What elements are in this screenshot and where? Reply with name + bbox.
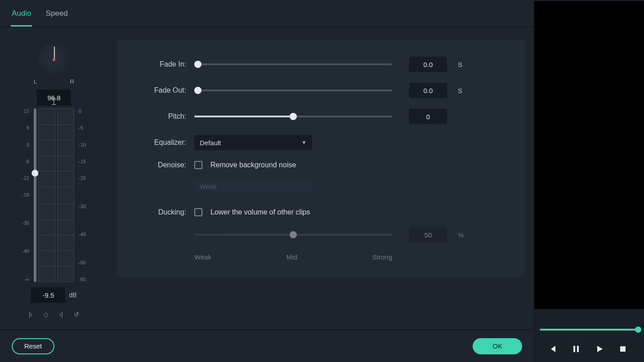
- ducking-checkbox-label: Lower the volume of other clips: [210, 208, 310, 216]
- pan-l-label: L: [34, 78, 37, 85]
- fade-out-value[interactable]: 0.0: [409, 83, 447, 98]
- ok-button[interactable]: OK: [473, 338, 522, 354]
- fade-in-handle[interactable]: [194, 61, 201, 68]
- ducking-handle: [290, 231, 297, 238]
- pan-needle-icon: [54, 47, 55, 59]
- fade-out-label: Fade Out:: [133, 86, 186, 94]
- ducking-value: 50: [409, 227, 447, 242]
- pan-dot-icon: [53, 58, 55, 61]
- preview-panel: [534, 0, 644, 362]
- footer: Reset OK: [0, 330, 534, 362]
- playhead-handle[interactable]: [635, 326, 641, 333]
- stop-button[interactable]: [618, 344, 628, 354]
- fade-in-label: Fade In:: [133, 60, 186, 68]
- volume-slider[interactable]: [34, 108, 36, 282]
- denoise-checkbox[interactable]: [194, 161, 202, 169]
- volume-slider-handle[interactable]: [31, 170, 39, 177]
- tab-speed[interactable]: Speed: [45, 6, 68, 27]
- db-unit-label: dB: [69, 291, 76, 299]
- keyframe-controls: |‹ ◇ ›| ↺: [29, 311, 79, 318]
- keyframe-prev-icon[interactable]: |‹: [29, 311, 32, 318]
- tabs: Audio Speed: [0, 0, 534, 27]
- pan-value-input[interactable]: 96.8 𝙸: [37, 89, 71, 106]
- fade-in-slider[interactable]: [194, 63, 392, 65]
- volume-column: L R 96.8 𝙸 12 6 0 -6 -12 -18: [9, 40, 99, 330]
- meter-right-ticks: 0 -5 -10 -15 -20 -30 -40 -50 -60: [79, 108, 92, 282]
- ducking-mark-strong: Strong: [372, 253, 392, 261]
- denoise-label: Denoise:: [133, 161, 186, 169]
- equalizer-selected-text: Default: [200, 139, 221, 147]
- svg-rect-2: [620, 346, 626, 352]
- fade-out-handle[interactable]: [194, 87, 201, 94]
- svg-rect-1: [577, 346, 579, 352]
- video-preview: [534, 1, 644, 309]
- volume-meter: 12 6 0 -6 -12 -18 -30 -40 -∞: [16, 108, 92, 282]
- ducking-mark-weak: Weak: [194, 253, 211, 261]
- ducking-checkbox[interactable]: [194, 208, 202, 216]
- keyframe-reset-icon[interactable]: ↺: [74, 311, 79, 318]
- ducking-mark-mid: Mid: [286, 253, 297, 261]
- pitch-label: Pitch:: [133, 112, 186, 121]
- ducking-unit: %: [458, 231, 467, 239]
- meter-scale-right: [57, 108, 74, 282]
- tab-audio[interactable]: Audio: [11, 6, 32, 27]
- pitch-slider[interactable]: [194, 116, 392, 117]
- denoise-checkbox-label: Remove background noise: [210, 161, 296, 169]
- svg-rect-0: [573, 346, 575, 352]
- chevron-down-icon: ▼: [301, 139, 307, 146]
- equalizer-select[interactable]: Default ▼: [194, 135, 312, 150]
- pan-r-label: R: [70, 78, 74, 85]
- denoise-level-select: Weak: [194, 180, 312, 193]
- keyframe-add-icon[interactable]: ◇: [44, 311, 49, 318]
- db-value-input[interactable]: -9.5: [31, 287, 65, 303]
- pan-knob[interactable]: [38, 43, 70, 76]
- reset-button[interactable]: Reset: [12, 338, 54, 354]
- text-cursor-icon: 𝙸: [50, 96, 58, 107]
- equalizer-label: Equalizer:: [133, 139, 186, 147]
- fade-out-unit: S: [458, 87, 467, 94]
- meter-scale-left: [38, 108, 55, 282]
- play-button[interactable]: [595, 344, 604, 354]
- pause-button[interactable]: [571, 344, 581, 354]
- fade-in-unit: S: [458, 61, 467, 68]
- prev-frame-button[interactable]: [548, 344, 558, 354]
- keyframe-next-icon[interactable]: ›|: [59, 311, 63, 318]
- audio-settings-panel: Fade In: 0.0 S Fade Out: 0.0 S P: [117, 40, 525, 277]
- ducking-label: Ducking:: [133, 208, 186, 216]
- pitch-value[interactable]: 0: [409, 109, 447, 124]
- fade-out-slider[interactable]: [194, 89, 392, 91]
- pitch-handle[interactable]: [290, 113, 297, 120]
- ducking-slider: [194, 234, 392, 236]
- playhead-slider[interactable]: [540, 329, 639, 331]
- meter-left-ticks: 12 6 0 -6 -12 -18 -30 -40 -∞: [16, 108, 29, 282]
- fade-in-value[interactable]: 0.0: [409, 57, 447, 72]
